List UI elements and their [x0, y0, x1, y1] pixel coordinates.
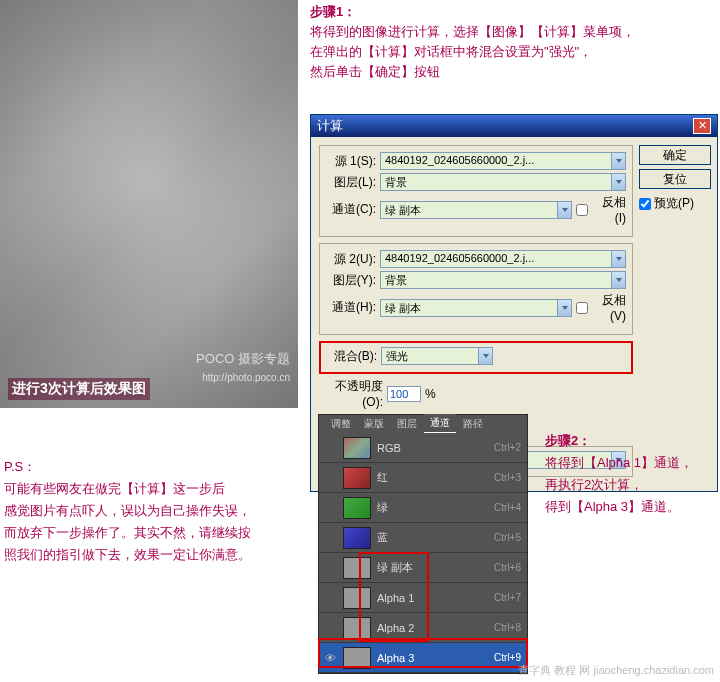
channel-shortcut: Ctrl+9 [494, 652, 521, 663]
chevron-down-icon[interactable] [478, 348, 492, 364]
channel-name: 绿 副本 [377, 560, 494, 575]
layer2-label: 图层(Y): [326, 272, 376, 289]
ps-line4: 照我们的指引做下去，效果一定让你满意。 [4, 547, 251, 562]
source1-group: 源 1(S): 4840192_024605660000_2.j... 图层(L… [319, 145, 633, 237]
tab-paths[interactable]: 路径 [457, 415, 489, 433]
step2-instructions: 步骤2： 将得到【Alpha 1】通道， 再执行2次计算， 得到【Alpha 3… [545, 430, 693, 518]
channel-shortcut: Ctrl+3 [494, 472, 521, 483]
channel-name: 蓝 [377, 530, 494, 545]
ps-line1: 可能有些网友在做完【计算】这一步后 [4, 481, 225, 496]
step2-line3: 得到【Alpha 3】通道。 [545, 499, 680, 514]
channel-name: Alpha 1 [377, 592, 494, 604]
channel-thumbnail [343, 587, 371, 609]
channel-name: RGB [377, 442, 494, 454]
source1-select[interactable]: 4840192_024605660000_2.j... [380, 152, 626, 170]
layer2-select[interactable]: 背景 [380, 271, 626, 289]
watermark-2: http://photo.poco.cn [202, 372, 290, 383]
preview-checkbox[interactable]: 预览(P) [639, 195, 711, 212]
invert2-checkbox[interactable]: 反相(V) [576, 292, 626, 323]
source2-group: 源 2(U): 4840192_024605660000_2.j... 图层(Y… [319, 243, 633, 335]
channel-shortcut: Ctrl+2 [494, 442, 521, 453]
tab-adjust[interactable]: 调整 [325, 415, 357, 433]
channel-row[interactable]: 绿Ctrl+4 [319, 493, 527, 523]
dialog-title-text: 计算 [317, 117, 343, 135]
chevron-down-icon[interactable] [557, 300, 571, 316]
chevron-down-icon[interactable] [611, 153, 625, 169]
channel-thumbnail [343, 617, 371, 639]
watermark-1: POCO 摄影专题 [196, 350, 290, 368]
visibility-toggle[interactable] [319, 651, 341, 665]
step2-line2: 再执行2次计算， [545, 477, 643, 492]
channel-shortcut: Ctrl+6 [494, 562, 521, 573]
channel-thumbnail [343, 497, 371, 519]
channel-thumbnail [343, 647, 371, 669]
step1-instructions: 步骤1： 将得到的图像进行计算，选择【图像】【计算】菜单项， 在弹出的【计算】对… [310, 2, 635, 82]
source1-label: 源 1(S): [326, 153, 376, 170]
blend-highlight: 混合(B): 强光 [319, 341, 633, 374]
panel-tabs: 调整 蒙版 图层 通道 路径 [319, 415, 527, 433]
step1-title: 步骤1： [310, 4, 356, 19]
eye-icon [325, 651, 336, 665]
channel1-select[interactable]: 绿 副本 [380, 201, 572, 219]
channel-thumbnail [343, 527, 371, 549]
channel-name: Alpha 2 [377, 622, 494, 634]
channel-list: RGBCtrl+2红Ctrl+3绿Ctrl+4蓝Ctrl+5绿 副本Ctrl+6… [319, 433, 527, 673]
blend-label: 混合(B): [327, 348, 377, 365]
ps-title: P.S： [4, 459, 36, 474]
close-icon[interactable]: ✕ [693, 118, 711, 134]
ps-line3: 而放弃下一步操作了。其实不然，请继续按 [4, 525, 251, 540]
chevron-down-icon[interactable] [611, 272, 625, 288]
reset-button[interactable]: 复位 [639, 169, 711, 189]
channel-shortcut: Ctrl+4 [494, 502, 521, 513]
dialog-titlebar[interactable]: 计算 ✕ [311, 115, 717, 137]
chevron-down-icon[interactable] [557, 202, 571, 218]
source2-label: 源 2(U): [326, 251, 376, 268]
channel2-select[interactable]: 绿 副本 [380, 299, 572, 317]
step1-line1: 将得到的图像进行计算，选择【图像】【计算】菜单项， [310, 24, 635, 39]
channel2-label: 通道(H): [326, 299, 376, 316]
blend-select[interactable]: 强光 [381, 347, 493, 365]
invert1-checkbox[interactable]: 反相(I) [576, 194, 626, 225]
step1-line3: 然后单击【确定】按钮 [310, 64, 440, 79]
channel-row[interactable]: Alpha 2Ctrl+8 [319, 613, 527, 643]
opacity-label: 不透明度(O): [319, 378, 383, 409]
step1-line2: 在弹出的【计算】对话框中将混合设置为"强光"， [310, 44, 592, 59]
step2-line1: 将得到【Alpha 1】通道， [545, 455, 693, 470]
channel-thumbnail [343, 467, 371, 489]
ps-line2: 感觉图片有点吓人，误以为自己操作失误， [4, 503, 251, 518]
channel-shortcut: Ctrl+7 [494, 592, 521, 603]
channel-shortcut: Ctrl+8 [494, 622, 521, 633]
percent-label: % [425, 387, 436, 401]
layer1-label: 图层(L): [326, 174, 376, 191]
layer1-select[interactable]: 背景 [380, 173, 626, 191]
preview-caption: 进行3次计算后效果图 [8, 378, 150, 400]
tab-layers[interactable]: 图层 [391, 415, 423, 433]
channel-thumbnail [343, 437, 371, 459]
channel-row[interactable]: Alpha 3Ctrl+9 [319, 643, 527, 673]
channel1-label: 通道(C): [326, 201, 376, 218]
opacity-input[interactable] [387, 386, 421, 402]
step2-title: 步骤2： [545, 433, 591, 448]
ps-note: P.S： 可能有些网友在做完【计算】这一步后 感觉图片有点吓人，误以为自己操作失… [4, 456, 304, 566]
channel-row[interactable]: Alpha 1Ctrl+7 [319, 583, 527, 613]
channel-name: 绿 [377, 500, 494, 515]
page-watermark: 查字典 教程 网 jiaocheng.chazidian.com [518, 663, 714, 678]
tab-channels[interactable]: 通道 [424, 414, 456, 433]
channels-panel: 调整 蒙版 图层 通道 路径 RGBCtrl+2红Ctrl+3绿Ctrl+4蓝C… [318, 414, 528, 674]
channel-name: Alpha 3 [377, 652, 494, 664]
ok-button[interactable]: 确定 [639, 145, 711, 165]
channel-row[interactable]: 蓝Ctrl+5 [319, 523, 527, 553]
channel-row[interactable]: RGBCtrl+2 [319, 433, 527, 463]
effect-preview-image: POCO 摄影专题 http://photo.poco.cn 进行3次计算后效果… [0, 0, 298, 408]
tab-mask[interactable]: 蒙版 [358, 415, 390, 433]
source2-select[interactable]: 4840192_024605660000_2.j... [380, 250, 626, 268]
channel-thumbnail [343, 557, 371, 579]
channel-name: 红 [377, 470, 494, 485]
channel-shortcut: Ctrl+5 [494, 532, 521, 543]
chevron-down-icon[interactable] [611, 251, 625, 267]
channel-row[interactable]: 绿 副本Ctrl+6 [319, 553, 527, 583]
channel-row[interactable]: 红Ctrl+3 [319, 463, 527, 493]
chevron-down-icon[interactable] [611, 174, 625, 190]
